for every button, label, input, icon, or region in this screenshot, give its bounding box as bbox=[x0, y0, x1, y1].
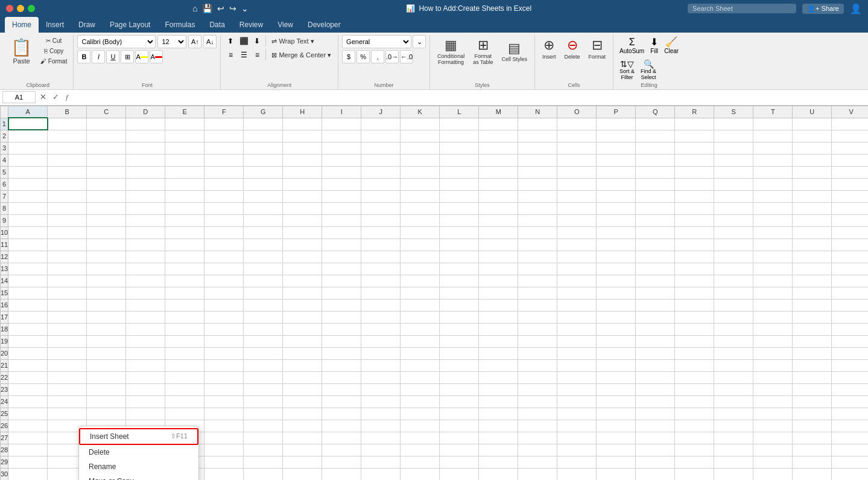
cell-Q27[interactable] bbox=[636, 432, 675, 444]
cell-Q13[interactable] bbox=[636, 263, 675, 275]
cell-S7[interactable] bbox=[714, 190, 753, 202]
cell-V7[interactable] bbox=[832, 190, 868, 202]
cell-J19[interactable] bbox=[361, 335, 401, 347]
cell-R28[interactable] bbox=[675, 444, 714, 456]
cell-H18[interactable] bbox=[283, 323, 322, 335]
cell-O16[interactable] bbox=[557, 299, 597, 311]
cell-F30[interactable] bbox=[204, 468, 244, 480]
cell-D17[interactable] bbox=[126, 311, 165, 323]
cell-I11[interactable] bbox=[322, 238, 361, 251]
cell-A3[interactable] bbox=[8, 142, 48, 154]
cell-V23[interactable] bbox=[832, 383, 868, 395]
font-size-select[interactable]: 12 bbox=[157, 35, 186, 48]
share-button[interactable]: 👤+ Share bbox=[802, 4, 844, 14]
cell-A11[interactable] bbox=[8, 238, 48, 251]
cell-C19[interactable] bbox=[87, 335, 126, 347]
cell-T8[interactable] bbox=[753, 202, 793, 214]
cell-M25[interactable] bbox=[479, 408, 518, 420]
cell-H8[interactable] bbox=[283, 202, 322, 214]
cell-P10[interactable] bbox=[597, 226, 636, 238]
cell-H22[interactable] bbox=[283, 371, 322, 383]
col-header-U[interactable]: U bbox=[793, 106, 832, 118]
cell-K13[interactable] bbox=[401, 263, 440, 275]
align-left-button[interactable]: ≡ bbox=[224, 49, 236, 61]
cell-V14[interactable] bbox=[832, 275, 868, 287]
cell-B25[interactable] bbox=[48, 408, 87, 420]
cell-L30[interactable] bbox=[440, 468, 479, 480]
search-input[interactable] bbox=[688, 4, 796, 13]
cell-D19[interactable] bbox=[126, 335, 165, 347]
cell-A4[interactable] bbox=[8, 154, 48, 166]
cell-T28[interactable] bbox=[753, 444, 793, 456]
cell-L1[interactable] bbox=[440, 118, 479, 130]
cell-Q29[interactable] bbox=[636, 456, 675, 468]
cell-G29[interactable] bbox=[244, 456, 283, 468]
cell-S10[interactable] bbox=[714, 226, 753, 238]
cell-J29[interactable] bbox=[361, 456, 401, 468]
cell-R1[interactable] bbox=[675, 118, 714, 130]
cell-V19[interactable] bbox=[832, 335, 868, 347]
cell-O17[interactable] bbox=[557, 311, 597, 323]
cell-P15[interactable] bbox=[597, 287, 636, 299]
cell-J6[interactable] bbox=[361, 178, 401, 190]
cell-K24[interactable] bbox=[401, 395, 440, 408]
cell-S29[interactable] bbox=[714, 456, 753, 468]
row-header-22[interactable]: 22 bbox=[1, 371, 8, 383]
cell-E16[interactable] bbox=[165, 299, 204, 311]
cell-L19[interactable] bbox=[440, 335, 479, 347]
cell-S12[interactable] bbox=[714, 251, 753, 263]
cell-G5[interactable] bbox=[244, 166, 283, 178]
cell-R29[interactable] bbox=[675, 456, 714, 468]
col-header-B[interactable]: B bbox=[48, 106, 87, 118]
cell-J27[interactable] bbox=[361, 432, 401, 444]
cell-B9[interactable] bbox=[48, 214, 87, 226]
cell-S19[interactable] bbox=[714, 335, 753, 347]
number-format-expand[interactable]: ⌄ bbox=[413, 35, 426, 48]
cell-S9[interactable] bbox=[714, 214, 753, 226]
cell-O19[interactable] bbox=[557, 335, 597, 347]
cell-O9[interactable] bbox=[557, 214, 597, 226]
cell-L21[interactable] bbox=[440, 359, 479, 371]
cell-F29[interactable] bbox=[204, 456, 244, 468]
cell-I5[interactable] bbox=[322, 166, 361, 178]
cell-M17[interactable] bbox=[479, 311, 518, 323]
cell-U14[interactable] bbox=[793, 275, 832, 287]
cell-S23[interactable] bbox=[714, 383, 753, 395]
cell-I29[interactable] bbox=[322, 456, 361, 468]
cell-E11[interactable] bbox=[165, 238, 204, 251]
cell-V5[interactable] bbox=[832, 166, 868, 178]
minimize-button[interactable] bbox=[17, 5, 24, 12]
cell-P17[interactable] bbox=[597, 311, 636, 323]
cell-Q1[interactable] bbox=[636, 118, 675, 130]
cell-K15[interactable] bbox=[401, 287, 440, 299]
cell-I6[interactable] bbox=[322, 178, 361, 190]
cell-J22[interactable] bbox=[361, 371, 401, 383]
cell-O14[interactable] bbox=[557, 275, 597, 287]
cell-I8[interactable] bbox=[322, 202, 361, 214]
cell-T30[interactable] bbox=[753, 468, 793, 480]
cell-U30[interactable] bbox=[793, 468, 832, 480]
cell-C13[interactable] bbox=[87, 263, 126, 275]
cell-B16[interactable] bbox=[48, 299, 87, 311]
row-header-27[interactable]: 27 bbox=[1, 432, 8, 444]
cell-V25[interactable] bbox=[832, 408, 868, 420]
cell-K27[interactable] bbox=[401, 432, 440, 444]
cell-J18[interactable] bbox=[361, 323, 401, 335]
cell-H29[interactable] bbox=[283, 456, 322, 468]
cell-N11[interactable] bbox=[518, 238, 557, 251]
cell-Q16[interactable] bbox=[636, 299, 675, 311]
row-header-18[interactable]: 18 bbox=[1, 323, 8, 335]
cell-I20[interactable] bbox=[322, 347, 361, 359]
col-header-F[interactable]: F bbox=[204, 106, 244, 118]
cell-B23[interactable] bbox=[48, 383, 87, 395]
cell-B6[interactable] bbox=[48, 178, 87, 190]
cell-G9[interactable] bbox=[244, 214, 283, 226]
cell-P25[interactable] bbox=[597, 408, 636, 420]
cell-D18[interactable] bbox=[126, 323, 165, 335]
cell-N26[interactable] bbox=[518, 420, 557, 432]
cell-B1[interactable] bbox=[48, 118, 87, 130]
cell-V4[interactable] bbox=[832, 154, 868, 166]
cell-H12[interactable] bbox=[283, 251, 322, 263]
cell-I28[interactable] bbox=[322, 444, 361, 456]
cell-O28[interactable] bbox=[557, 444, 597, 456]
